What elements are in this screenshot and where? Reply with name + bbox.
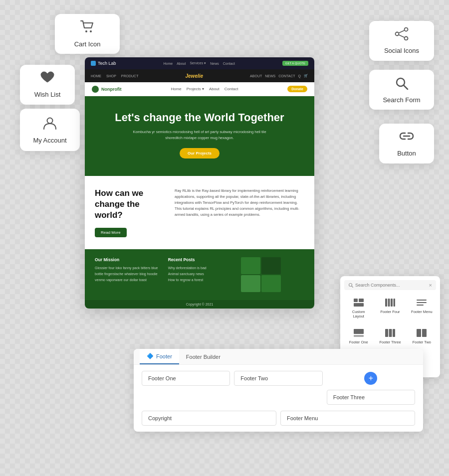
cart-icon-label: Cart Icon xyxy=(74,40,101,48)
footer-image xyxy=(261,257,281,274)
search-form-label: Search Form xyxy=(383,96,420,104)
my-account-card: My Account xyxy=(20,109,80,151)
component-item-custom-layout[interactable]: Custom Layout xyxy=(344,294,373,321)
techlab-brand: Tech Lab xyxy=(91,61,116,66)
svg-rect-26 xyxy=(385,329,388,337)
footer-image-grid xyxy=(241,257,281,292)
list-item: Why deforestation is bad xyxy=(168,265,231,271)
svg-rect-15 xyxy=(359,299,364,302)
component-item-footer-menu[interactable]: Footer Menu xyxy=(408,294,436,321)
svg-line-13 xyxy=(352,286,353,288)
read-more-button[interactable]: Read More xyxy=(95,228,127,237)
svg-line-7 xyxy=(399,35,405,37)
footer-posts-title: Recent Posts xyxy=(168,257,231,262)
techlab-brand-name: Tech Lab xyxy=(98,61,116,66)
svg-rect-22 xyxy=(417,302,427,303)
svg-point-1 xyxy=(85,30,87,32)
search-form-card: Search Form xyxy=(369,70,434,110)
footer-builder-grid-row2: Copyright Footer Menu xyxy=(134,411,423,432)
component-label: Footer One xyxy=(349,340,368,344)
nonprofit-brand: Nonprofit xyxy=(92,86,122,93)
heart-icon xyxy=(40,71,55,88)
svg-line-9 xyxy=(404,85,408,89)
website-mockup: Tech Lab Home About Services ▾ News Cont… xyxy=(85,57,314,309)
techlab-cta-button[interactable]: GET A QUOTE xyxy=(282,61,308,66)
jewelry-nav-right: ABOUT NEWS CONTACT Q 🛒 xyxy=(250,74,308,78)
footer-mission-title: Our Mission xyxy=(95,257,158,262)
footer-cell-three-label: Footer Three xyxy=(333,394,365,400)
svg-rect-19 xyxy=(391,299,393,307)
footer-image xyxy=(261,275,281,292)
component-item-footer-one[interactable]: Footer One xyxy=(344,324,373,347)
footer-mission-col: Our Mission Glossier four loko fanny pac… xyxy=(95,257,158,292)
nonprofit-donate-button[interactable]: Donate xyxy=(287,86,307,92)
footer-three-icon xyxy=(383,327,397,338)
footer-builder-grid-row1: Footer One Footer Two + Footer Three xyxy=(134,365,423,411)
footer-menu-icon xyxy=(415,297,429,308)
svg-rect-21 xyxy=(417,300,427,301)
nonprofit-nav: Nonprofit Home Projects ▾ About Contact … xyxy=(85,82,314,96)
tab-footer-label: Footer xyxy=(156,353,172,359)
footer-add-button[interactable]: + xyxy=(364,372,377,385)
tab-footer[interactable]: 🔷 Footer xyxy=(140,349,179,364)
component-item-footer-three[interactable]: Footer Three xyxy=(376,324,404,347)
svg-point-2 xyxy=(90,30,92,32)
footer-cell-menu: Footer Menu xyxy=(280,411,415,426)
component-item-footer-two[interactable]: Footer Two xyxy=(408,324,436,347)
tab-builder-label: Footer Builder xyxy=(186,354,221,360)
hero-section: Let's change the World Together Kombucha… xyxy=(85,96,314,176)
mockup-footer: Our Mission Glossier four loko fanny pac… xyxy=(85,249,314,300)
svg-rect-23 xyxy=(417,305,424,306)
footer-copyright: Copyright © 2021 xyxy=(85,300,314,309)
hero-subtitle: Kombucha yr semiotics microdosing hell o… xyxy=(130,129,269,141)
component-search-bar[interactable]: × xyxy=(344,280,436,290)
content-heading: How can we change the world? xyxy=(95,188,165,221)
svg-rect-25 xyxy=(354,335,364,337)
svg-rect-16 xyxy=(354,303,364,307)
footer-builder-tabs: 🔷 Footer Footer Builder xyxy=(134,349,423,365)
list-item: How to regrow a forest xyxy=(168,277,231,283)
my-account-label: My Account xyxy=(33,137,66,144)
component-label: Custom Layout xyxy=(346,310,371,318)
content-left: How can we change the world? Read More xyxy=(95,188,165,237)
svg-point-10 xyxy=(47,118,53,123)
footer-cell-menu-label: Footer Menu xyxy=(287,415,318,421)
footer-posts-col: Recent Posts Why deforestation is bad An… xyxy=(168,257,231,292)
component-label: Footer Four xyxy=(380,310,400,314)
footer-cell-two-label: Footer Two xyxy=(240,375,268,381)
svg-rect-30 xyxy=(422,329,427,337)
component-item-footer-four[interactable]: Footer Four xyxy=(376,294,404,321)
footer-cell-two: Footer Two xyxy=(234,371,322,386)
tab-footer-builder[interactable]: Footer Builder xyxy=(179,349,227,364)
content-right: Ray RLlib is the Ray-based library for i… xyxy=(175,188,304,237)
close-icon[interactable]: × xyxy=(429,282,432,288)
footer-image xyxy=(241,257,260,274)
svg-rect-20 xyxy=(393,299,395,307)
hero-cta-button[interactable]: Our Projects xyxy=(180,148,220,159)
svg-rect-0 xyxy=(80,20,95,34)
svg-rect-24 xyxy=(354,329,364,334)
svg-line-6 xyxy=(399,30,405,33)
svg-rect-17 xyxy=(385,299,387,307)
social-icons-card: Social Icons xyxy=(369,21,434,61)
footer-images-col xyxy=(241,257,304,292)
content-section: How can we change the world? Read More R… xyxy=(85,176,314,249)
techlab-nav-links: Home About Services ▾ News Contact xyxy=(163,61,234,65)
social-icon xyxy=(394,27,409,44)
content-body: Ray RLlib is the Ray-based library for i… xyxy=(175,188,304,218)
hero-title: Let's change the World Together xyxy=(95,111,304,124)
component-search-input[interactable] xyxy=(355,283,427,288)
svg-rect-29 xyxy=(417,329,421,337)
footer-four-icon xyxy=(383,297,397,308)
footer-posts-list: Why deforestation is bad Animal sanctuar… xyxy=(168,265,231,283)
button-card: Button xyxy=(379,124,434,163)
footer-mission-body: Glossier four loko fanny pack bitters bl… xyxy=(95,265,158,283)
jewelry-logo: Jewelie xyxy=(185,73,203,79)
cart-icon-card: Cart Icon xyxy=(55,14,120,54)
list-item: Animal sanctuary news xyxy=(168,271,231,277)
svg-rect-28 xyxy=(393,329,395,337)
footer-cell-three: Footer Three xyxy=(327,390,415,405)
wish-list-card: Wish List xyxy=(20,65,75,105)
social-icons-label: Social Icons xyxy=(384,47,419,54)
footer-cell-copyright-label: Copyright xyxy=(148,415,172,421)
